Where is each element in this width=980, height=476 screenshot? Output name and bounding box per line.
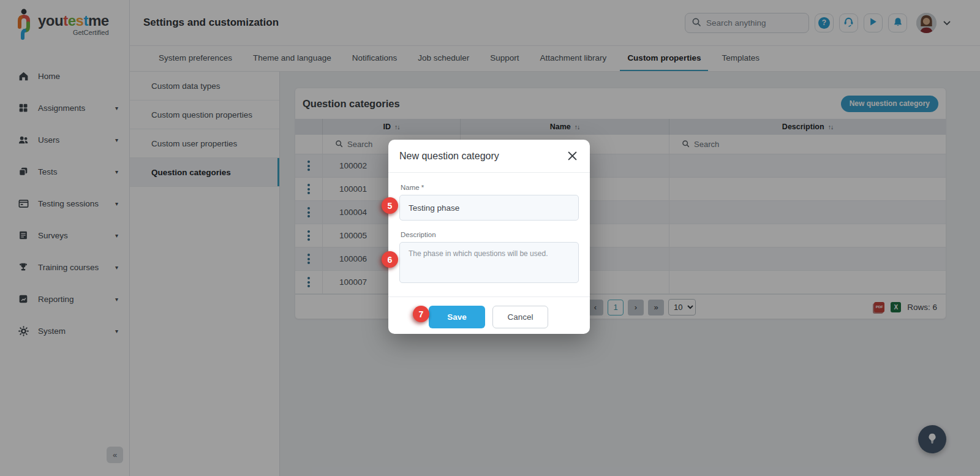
description-field-label: Description	[401, 231, 579, 238]
annotation-badge-6: 6	[382, 251, 398, 268]
annotation-badge-5: 5	[382, 197, 398, 214]
new-question-category-modal: New question category Name* Description …	[388, 140, 590, 334]
app-root: youtestme GetCertified Home Assignments …	[0, 0, 980, 476]
name-field-label: Name*	[401, 184, 579, 191]
save-button[interactable]: Save	[429, 306, 485, 328]
modal-title: New question category	[399, 151, 499, 162]
cancel-button[interactable]: Cancel	[492, 306, 548, 328]
required-mark: *	[421, 184, 424, 191]
annotation-badge-7: 7	[413, 306, 429, 322]
category-description-textarea[interactable]	[399, 242, 579, 283]
category-name-input[interactable]	[399, 195, 579, 221]
close-icon[interactable]	[565, 149, 579, 163]
